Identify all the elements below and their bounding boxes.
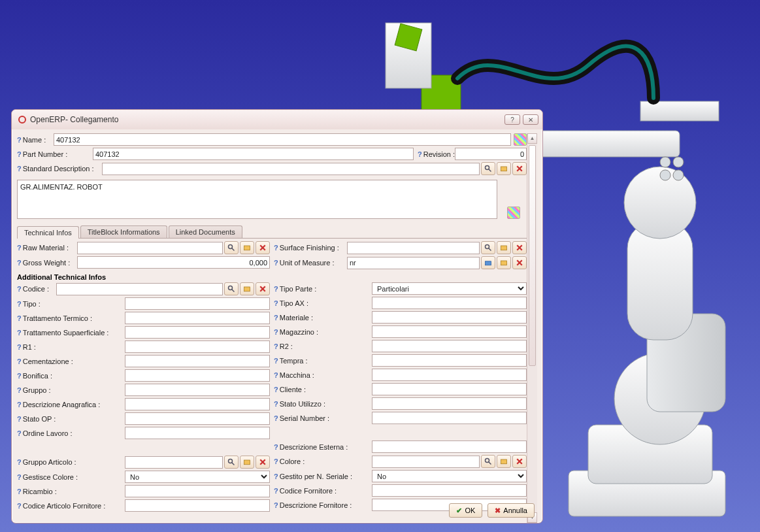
materiale-input[interactable] — [372, 311, 527, 324]
gruppo-label: Gruppo : — [17, 386, 125, 394]
svg-rect-22 — [244, 246, 250, 250]
delete-icon[interactable] — [512, 455, 527, 468]
delete-icon[interactable] — [512, 162, 527, 175]
macchina-label: Macchina : — [274, 371, 372, 379]
r1-input[interactable] — [125, 341, 270, 353]
open-icon[interactable] — [497, 162, 511, 175]
close-button[interactable]: ✕ — [523, 114, 538, 125]
descanag-input[interactable] — [125, 398, 270, 410]
name-label: Name : — [17, 136, 54, 144]
tipo-label: Tipo : — [17, 300, 125, 308]
open-icon[interactable] — [497, 256, 511, 269]
tab-strip: Technical Infos TitleBlock Informations … — [17, 225, 527, 239]
trattamentotermico-input[interactable] — [125, 312, 270, 324]
svg-rect-30 — [486, 261, 491, 265]
scroll-up-icon[interactable]: ▲ — [527, 133, 537, 144]
delete-icon[interactable] — [256, 241, 270, 254]
gruppo-input[interactable] — [125, 384, 270, 396]
name-input[interactable] — [54, 133, 511, 146]
svg-point-20 — [229, 245, 233, 249]
uom-input[interactable] — [347, 257, 480, 269]
uom-label: Unit of Measure : — [274, 259, 347, 267]
search-icon[interactable] — [224, 241, 239, 254]
codfornitore-input[interactable] — [372, 484, 527, 497]
colore-input[interactable] — [372, 456, 480, 468]
search-icon[interactable] — [224, 456, 239, 469]
tempra-input[interactable] — [372, 354, 527, 367]
tab-titleblock[interactable]: TitleBlock Informations — [80, 225, 167, 238]
titlebar[interactable]: OpenERP- Collegamento ? ✕ — [12, 110, 542, 129]
ordinelavoro-input[interactable] — [125, 427, 270, 439]
stddesc-input[interactable] — [102, 163, 480, 175]
open-icon[interactable] — [240, 241, 254, 254]
statoutilizzo-input[interactable] — [372, 397, 527, 410]
gestiscecolore-select[interactable]: No — [125, 471, 270, 483]
delete-icon[interactable] — [256, 456, 270, 469]
svg-line-45 — [489, 462, 491, 465]
vertical-scrollbar[interactable]: ▲ ▼ — [527, 133, 537, 523]
open-icon[interactable] — [497, 241, 511, 254]
descesterna-input[interactable] — [372, 441, 527, 453]
codfornitore-label: Codice Fornitore : — [274, 487, 372, 495]
colore-label: Colore : — [274, 457, 372, 465]
svg-point-12 — [673, 157, 684, 167]
open-icon[interactable] — [497, 455, 511, 468]
revision-label: Revision : — [418, 150, 455, 158]
tipoparte-label: Tipo Parte : — [274, 285, 372, 293]
codartforn-input[interactable] — [125, 499, 270, 512]
gestitoserial-select[interactable]: No — [372, 470, 527, 482]
svg-rect-41 — [244, 460, 250, 465]
trattamentosup-input[interactable] — [125, 326, 270, 339]
cementazione-input[interactable] — [125, 355, 270, 367]
palette-icon[interactable] — [514, 133, 527, 146]
search-icon[interactable] — [481, 162, 495, 175]
tipoparte-select[interactable]: Particolari — [372, 282, 527, 295]
ok-button[interactable]: ✔OK — [449, 503, 482, 518]
statoop-input[interactable] — [125, 412, 270, 425]
tipoax-label: Tipo AX : — [274, 299, 372, 307]
gestiscecolore-label: Gestisce Colore : — [17, 473, 125, 481]
svg-line-35 — [232, 290, 235, 292]
delete-icon[interactable] — [256, 282, 270, 295]
help-button[interactable]: ? — [504, 114, 520, 125]
bonifica-input[interactable] — [125, 369, 270, 382]
palette-icon-2[interactable] — [507, 207, 520, 219]
ricambio-input[interactable] — [125, 485, 270, 497]
serialnumber-label: Serial Number : — [274, 414, 372, 422]
open-icon[interactable] — [240, 456, 254, 469]
revision-input[interactable] — [455, 148, 527, 160]
cliente-input[interactable] — [372, 383, 527, 395]
bonifica-label: Bonifica : — [17, 372, 125, 380]
serialnumber-input[interactable] — [372, 412, 527, 424]
svg-line-26 — [489, 248, 491, 251]
tipo-input[interactable] — [125, 297, 270, 310]
grossweight-input[interactable] — [77, 256, 270, 269]
surfacefinish-input[interactable] — [347, 242, 480, 254]
codice-label: Codice : — [17, 285, 56, 293]
tipoax-input[interactable] — [372, 297, 527, 309]
description-textarea[interactable]: GR.ALIMENTAZ. ROBOT — [17, 180, 497, 219]
search-icon[interactable] — [481, 455, 495, 468]
scroll-thumb[interactable] — [529, 145, 536, 366]
gruppoarticolo-input[interactable] — [125, 456, 223, 469]
delete-icon[interactable] — [512, 241, 527, 254]
svg-line-40 — [232, 463, 235, 465]
tab-linked-documents[interactable]: Linked Documents — [169, 225, 242, 238]
magazzino-input[interactable] — [372, 325, 527, 338]
magazzino-label: Magazzino : — [274, 328, 372, 336]
search-icon[interactable] — [224, 282, 239, 295]
tab-technical-infos[interactable]: Technical Infos — [17, 226, 79, 239]
search-icon[interactable] — [481, 241, 495, 254]
grossweight-label: Gross Weight : — [17, 259, 77, 267]
delete-icon[interactable] — [512, 256, 527, 269]
partnumber-input[interactable] — [93, 148, 414, 160]
folder-icon[interactable] — [481, 256, 495, 269]
open-icon[interactable] — [240, 282, 254, 295]
r2-input[interactable] — [372, 340, 527, 352]
codice-input[interactable] — [56, 283, 223, 295]
cancel-button[interactable]: ✖Annulla — [487, 503, 535, 518]
macchina-input[interactable] — [372, 369, 527, 381]
svg-point-44 — [486, 459, 489, 463]
rawmaterial-input[interactable] — [77, 242, 223, 254]
svg-point-39 — [229, 459, 233, 463]
